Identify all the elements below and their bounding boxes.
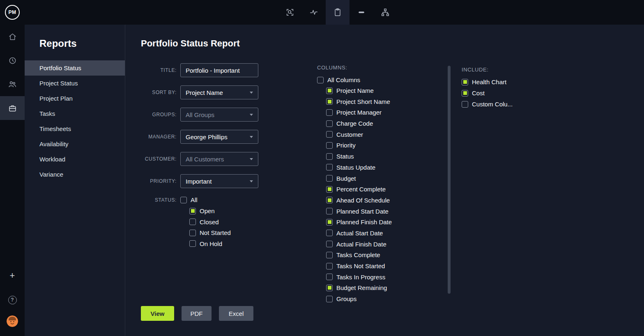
manager-select[interactable]: George Phillips — [180, 130, 258, 144]
checkbox-label: Budget — [336, 175, 356, 182]
column-option-status[interactable]: Status — [326, 153, 448, 160]
sidebar-item-workload[interactable]: Workload — [25, 152, 125, 167]
title-input[interactable] — [180, 63, 258, 77]
checkbox[interactable] — [326, 186, 333, 193]
pm-logo[interactable]: PM — [5, 5, 20, 20]
checkbox[interactable] — [189, 240, 196, 247]
checkbox[interactable] — [326, 120, 333, 127]
checkbox[interactable] — [326, 175, 333, 182]
report-form: TITLE: SORT BY: Project Name GROUPS: All… — [141, 63, 258, 259]
column-option-planned-finish-date[interactable]: Planned Finish Date — [326, 219, 448, 226]
checkbox[interactable] — [326, 164, 333, 170]
sidebar-item-project-status[interactable]: Project Status — [25, 76, 125, 91]
column-option-status-update[interactable]: Status Update — [326, 164, 448, 171]
excel-button[interactable]: Excel — [219, 306, 253, 321]
sidebar-item-timesheets[interactable]: Timesheets — [25, 121, 125, 136]
customer-select[interactable]: All Customers — [180, 152, 258, 166]
dash-icon[interactable] — [350, 0, 373, 25]
sidebar-item-availability[interactable]: Availability — [25, 136, 125, 152]
checkbox[interactable] — [326, 208, 333, 214]
customer-row: CUSTOMER: All Customers — [141, 152, 258, 166]
checkbox[interactable] — [326, 197, 333, 203]
checkbox[interactable] — [326, 285, 333, 291]
checkbox[interactable] — [326, 98, 333, 105]
checkbox[interactable] — [326, 131, 333, 138]
activity-icon[interactable] — [302, 0, 326, 25]
column-option-tasks-complete[interactable]: Tasks Complete — [326, 251, 448, 258]
status-option-all[interactable]: All — [180, 196, 231, 203]
status-option-open[interactable]: Open — [189, 207, 231, 214]
checkbox-label: Ahead Of Schedule — [336, 197, 390, 204]
sortby-select[interactable]: Project Name — [180, 85, 258, 99]
column-option-budget[interactable]: Budget — [326, 175, 448, 182]
manager-value: George Phillips — [186, 133, 228, 140]
checkbox[interactable] — [326, 230, 333, 236]
add-button[interactable]: + — [0, 267, 25, 284]
column-option-budget-remaining[interactable]: Budget Remaining — [326, 284, 448, 291]
sidebar-item-variance[interactable]: Variance — [25, 167, 125, 182]
column-option-ahead-of-schedule[interactable]: Ahead Of Schedule — [326, 197, 448, 204]
sidebar-item-project-plan[interactable]: Project Plan — [25, 91, 125, 106]
checkbox[interactable] — [326, 109, 333, 116]
checkbox-label: Closed — [200, 219, 219, 226]
column-option-priority[interactable]: Priority — [326, 142, 448, 149]
checkbox[interactable] — [326, 263, 333, 269]
sidebar-item-tasks[interactable]: Tasks — [25, 106, 125, 121]
column-option-tasks-in-progress[interactable]: Tasks In Progress — [326, 274, 448, 281]
checkbox[interactable] — [326, 219, 333, 226]
checkbox[interactable] — [326, 274, 333, 280]
checkbox[interactable] — [189, 208, 196, 214]
checkbox[interactable] — [462, 101, 468, 108]
checkbox[interactable] — [189, 219, 196, 225]
help-button[interactable]: ? — [0, 292, 25, 308]
checkbox[interactable] — [326, 252, 333, 258]
column-option-project-manager[interactable]: Project Manager — [326, 109, 448, 116]
checkbox[interactable] — [189, 230, 196, 236]
column-option-actual-start-date[interactable]: Actual Start Date — [326, 230, 448, 237]
checkbox[interactable] — [326, 153, 333, 160]
status-option-closed[interactable]: Closed — [189, 219, 231, 226]
column-option-project-name[interactable]: Project Name — [326, 87, 448, 94]
status-option-on-hold[interactable]: On Hold — [189, 240, 231, 247]
sidebar-item-portfolio-status[interactable]: Portfolio Status — [25, 60, 125, 76]
column-option-charge-code[interactable]: Charge Code — [326, 120, 448, 127]
home-icon[interactable] — [0, 25, 25, 48]
checkbox[interactable] — [326, 87, 333, 94]
include-option-cost[interactable]: Cost — [462, 90, 513, 97]
columns-scrollbar[interactable] — [448, 66, 451, 294]
checkbox[interactable] — [180, 197, 187, 203]
include-option-health-chart[interactable]: Health Chart — [462, 78, 513, 85]
column-option-project-short-name[interactable]: Project Short Name — [326, 98, 448, 105]
include-option-custom-columns[interactable]: Custom Colu... — [462, 101, 513, 108]
column-option-percent-complete[interactable]: Percent Complete — [326, 186, 448, 193]
checkbox[interactable] — [462, 90, 468, 97]
priority-select[interactable]: Important — [180, 174, 258, 188]
checkbox[interactable] — [326, 142, 333, 149]
all-columns-option[interactable]: All Columns — [317, 76, 448, 83]
checkbox[interactable] — [326, 296, 333, 302]
app-window: PM — [0, 0, 644, 336]
checkbox[interactable] — [317, 77, 324, 83]
sitemap-icon[interactable] — [373, 0, 397, 25]
checkbox[interactable] — [462, 79, 468, 85]
checkbox[interactable] — [326, 241, 333, 247]
column-option-groups[interactable]: Groups — [326, 295, 448, 302]
pdf-button[interactable]: PDF — [182, 306, 212, 321]
column-option-actual-finish-date[interactable]: Actual Finish Date — [326, 241, 448, 248]
reports-clipboard-icon[interactable] — [326, 0, 350, 25]
view-button[interactable]: View — [141, 306, 174, 321]
column-option-customer[interactable]: Customer — [326, 131, 448, 138]
status-option-not-started[interactable]: Not Started — [189, 229, 231, 236]
people-icon[interactable] — [0, 72, 25, 96]
user-avatar[interactable] — [0, 313, 25, 329]
clock-icon[interactable] — [0, 48, 25, 72]
customer-label: CUSTOMER: — [141, 156, 177, 162]
customer-value: All Customers — [186, 156, 224, 163]
column-option-planned-start-date[interactable]: Planned Start Date — [326, 208, 448, 215]
portfolio-briefcase-icon[interactable] — [0, 96, 25, 120]
title-label: TITLE: — [141, 67, 177, 73]
column-option-tasks-not-started[interactable]: Tasks Not Started — [326, 262, 448, 269]
zoom-search-icon[interactable] — [278, 0, 302, 25]
include-panel: INCLUDE: Health Chart Cost Custom Colu..… — [462, 67, 513, 112]
groups-select[interactable]: All Groups — [180, 108, 258, 122]
